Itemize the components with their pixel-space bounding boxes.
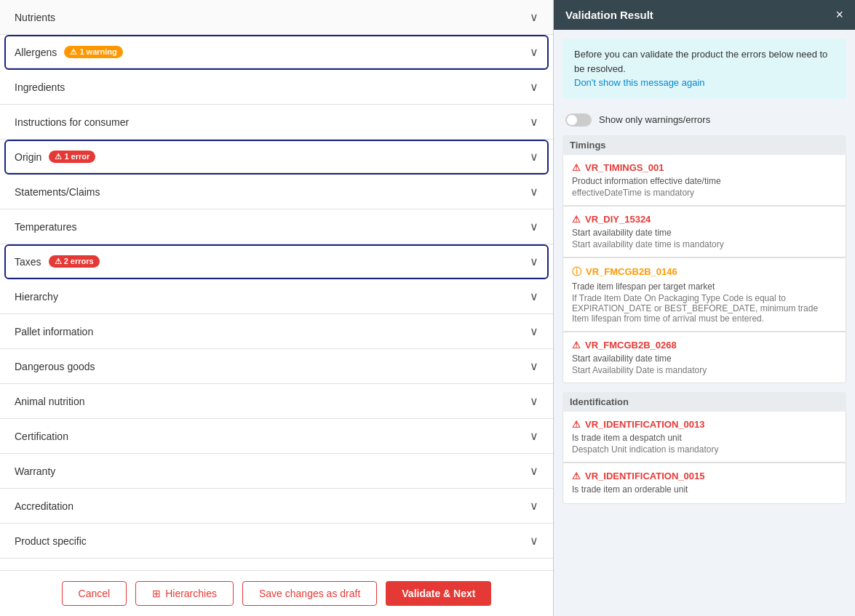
accordion-item[interactable]: Accreditation ∨ [0,489,553,524]
code-text: VR_FMCGB2B_0146 [586,266,677,277]
toggle-label: Show only warnings/errors [599,114,710,125]
validation-code: ⚠ VR_IDENTIFICATION_0013 [572,419,837,430]
accordion-label: Accreditation [15,500,73,512]
chevron-down-icon: ∨ [530,220,538,233]
validation-card: ⚠ VR_IDENTIFICATION_0013 Is trade item a… [562,412,846,463]
accordion-item[interactable]: Taxes⚠ 2 errors ∨ [6,246,547,278]
field-name: Trade item lifespan per target market [572,281,837,292]
chevron-down-icon: ∨ [530,464,538,478]
field-name: Is trade item a despatch unit [572,433,837,443]
alert-icon: ⚠ [572,214,581,225]
validation-code: ⚠ VR_FMCGB2B_0268 [572,340,837,351]
warnings-toggle[interactable] [565,113,592,127]
cancel-button[interactable]: Cancel [62,581,127,606]
accordion-item[interactable]: Hierarchy ∨ [0,279,553,314]
error-message: effectiveDateTime is mandatory [572,188,837,198]
section-group: Timings ⚠ VR_TIMINGS_001 Product informa… [562,135,846,383]
hierarchy-icon: ⊞ [152,588,161,599]
validation-title: Validation Result [565,9,653,21]
accordion-label: Dangerous goods [15,361,95,372]
validate-next-button[interactable]: Validate & Next [386,581,491,606]
validation-card: ⚠ VR_DIY_15324 Start availability date t… [562,206,846,257]
validation-header: Validation Result × [554,0,855,30]
field-name: Product information effective date/time [572,176,837,186]
alert-icon: ⓘ [572,265,581,279]
toggle-row: Show only warnings/errors [554,108,855,135]
accordion-list: Nutrients ∨ Allergens⚠ 1 warning ∨ Ingre… [0,0,553,570]
dont-show-link[interactable]: Don't show this message again [574,77,705,88]
accordion-item[interactable]: Temperatures ∨ [0,209,553,244]
chevron-down-icon: ∨ [530,185,538,199]
chevron-down-icon: ∨ [530,115,538,129]
chevron-down-icon: ∨ [530,150,538,164]
accordion-item[interactable]: Animal nutrition ∨ [0,384,553,419]
field-name: Start availability date time [572,228,837,238]
accordion-item[interactable]: Warranty ∨ [0,454,553,489]
code-text: VR_IDENTIFICATION_0013 [585,419,704,430]
chevron-down-icon: ∨ [530,534,538,548]
code-text: VR_DIY_15324 [585,214,651,225]
validation-card: ⚠ VR_IDENTIFICATION_0015 Is trade item a… [562,463,846,504]
accordion-label: Certification [15,431,68,442]
accordion-label: Taxes⚠ 2 errors [15,255,100,268]
accordion-item[interactable]: Product specific ∨ [0,524,553,559]
accordion-label: Product specific [15,535,87,547]
accordion-item[interactable]: health and beauty products ∨ [0,559,553,570]
accordion-label: Hierarchy [15,291,58,303]
chevron-down-icon: ∨ [530,80,538,94]
accordion-item[interactable]: Nutrients ∨ [0,0,553,35]
notice-text: Before you can validate the product the … [574,49,827,74]
accordion-item[interactable]: Statements/Claims ∨ [0,175,553,209]
accordion-label: Origin⚠ 1 error [15,151,95,163]
error-message: Start Availability Date is mandatory [572,365,837,375]
right-panel: Validation Result × Before you can valid… [553,0,855,616]
accordion-item[interactable]: Instructions for consumer ∨ [0,105,553,140]
validation-notice: Before you can validate the product the … [562,39,846,99]
chevron-down-icon: ∨ [530,394,538,408]
accordion-item[interactable]: Origin⚠ 1 error ∨ [6,141,547,173]
alert-icon: ⚠ [572,162,581,173]
validation-card: ⚠ VR_FMCGB2B_0268 Start availability dat… [562,332,846,383]
accordion-label: Temperatures [15,221,77,233]
validation-code: ⚠ VR_IDENTIFICATION_0015 [572,471,837,481]
alert-icon: ⚠ [572,419,581,430]
validation-card: ⚠ VR_TIMINGS_001 Product information eff… [562,155,846,206]
section-group: Identification ⚠ VR_IDENTIFICATION_0013 … [562,392,846,504]
accordion-item[interactable]: Allergens⚠ 1 warning ∨ [6,36,547,68]
validation-code: ⚠ VR_DIY_15324 [572,214,837,225]
accordion-label: Allergens⚠ 1 warning [15,46,123,58]
section-title: Timings [562,135,846,155]
alert-icon: ⚠ [572,340,581,351]
badge-error: ⚠ 1 error [49,151,95,163]
accordion-label: Statements/Claims [15,186,100,198]
save-draft-button[interactable]: Save changes as draft [242,581,377,606]
field-name: Is trade item an orderable unit [572,484,837,495]
chevron-down-icon: ∨ [530,289,538,303]
chevron-down-icon: ∨ [530,45,538,59]
accordion-label: Animal nutrition [15,396,85,407]
section-title: Identification [562,392,846,412]
chevron-down-icon: ∨ [530,359,538,373]
accordion-item[interactable]: Pallet information ∨ [0,314,553,349]
close-button[interactable]: × [835,7,843,23]
accordion-item[interactable]: Dangerous goods ∨ [0,349,553,384]
chevron-down-icon: ∨ [530,324,538,338]
accordion-item[interactable]: Ingredients ∨ [0,70,553,105]
accordion-label: Pallet information [15,326,93,337]
validation-card: ⓘ VR_FMCGB2B_0146 Trade item lifespan pe… [562,257,846,332]
validation-code: ⚠ VR_TIMINGS_001 [572,162,837,173]
error-message: Despatch Unit indication is mandatory [572,444,837,455]
field-name: Start availability date time [572,353,837,364]
chevron-down-icon: ∨ [530,10,538,24]
chevron-down-icon: ∨ [530,255,538,268]
badge-warning: ⚠ 1 warning [64,46,122,58]
badge-error: ⚠ 2 errors [49,255,100,268]
code-text: VR_FMCGB2B_0268 [585,340,677,351]
error-message: If Trade Item Date On Packaging Type Cod… [572,293,837,324]
validation-code: ⓘ VR_FMCGB2B_0146 [572,265,837,279]
footer-bar: Cancel ⊞ Hierarchies Save changes as dra… [0,570,553,616]
hierarchies-button[interactable]: ⊞ Hierarchies [135,581,234,606]
accordion-label: Instructions for consumer [15,116,129,128]
alert-icon: ⚠ [572,471,581,481]
accordion-item[interactable]: Certification ∨ [0,419,553,454]
